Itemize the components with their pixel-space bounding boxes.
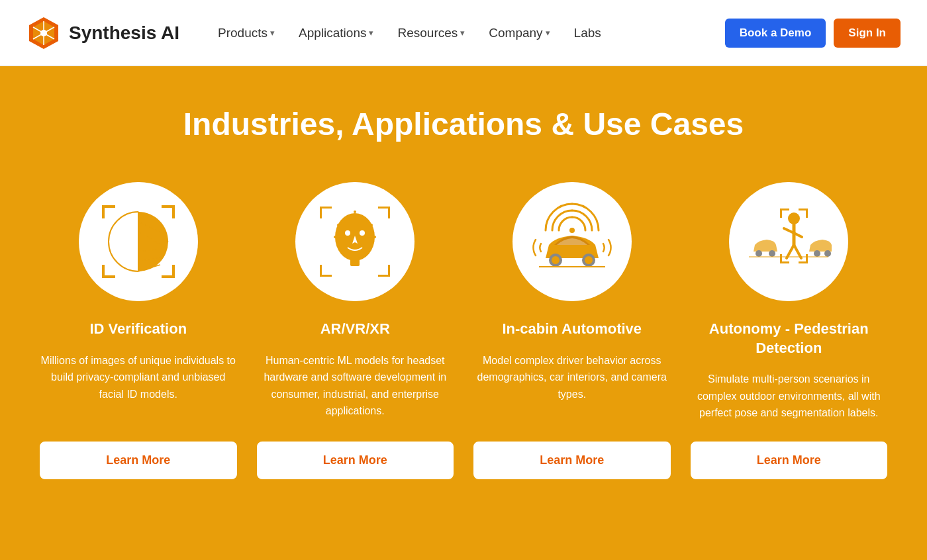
pedestrian-icon	[746, 199, 832, 285]
chevron-down-icon: ▾	[460, 28, 465, 38]
logo-icon	[26, 16, 61, 50]
page-title: Industries, Applications & Use Cases	[183, 106, 744, 142]
card-pedestrian-desc: Simulate multi-person scenarios in compl…	[691, 371, 888, 422]
nav-cta: Book a Demo Sign In	[725, 19, 901, 48]
svg-point-63	[824, 250, 831, 257]
svg-rect-13	[172, 265, 175, 278]
pedestrian-icon-circle	[729, 182, 848, 301]
chevron-down-icon: ▾	[270, 28, 275, 38]
svg-rect-11	[102, 265, 105, 278]
hero-section: Industries, Applications & Use Cases	[0, 66, 927, 560]
learn-more-pedestrian[interactable]: Learn More	[691, 442, 888, 479]
svg-rect-53	[806, 209, 808, 218]
learn-more-id-verification[interactable]: Learn More	[40, 442, 237, 479]
svg-rect-7	[102, 205, 105, 218]
card-automotive-title: In-cabin Automotive	[502, 320, 642, 339]
id-verification-icon-circle	[79, 182, 198, 301]
automotive-icon-circle	[512, 182, 632, 301]
navbar: Synthesis AI Products ▾ Applications ▾ R…	[0, 0, 927, 66]
svg-rect-57	[806, 254, 808, 263]
nav-links: Products ▾ Applications ▾ Resources ▾ Co…	[206, 26, 725, 40]
nav-applications[interactable]: Applications ▾	[287, 26, 385, 40]
card-automotive-desc: Model complex driver behavior across dem…	[473, 352, 671, 422]
svg-rect-29	[388, 265, 390, 277]
chevron-down-icon: ▾	[546, 28, 550, 38]
nav-resources[interactable]: Resources ▾	[385, 26, 477, 40]
chevron-down-icon: ▾	[369, 28, 373, 38]
svg-rect-25	[388, 207, 390, 218]
svg-point-62	[814, 250, 820, 257]
card-automotive: In-cabin Automotive Model complex driver…	[473, 182, 671, 479]
ar-vr-xr-icon	[312, 199, 398, 285]
svg-rect-55	[780, 254, 782, 263]
svg-rect-9	[172, 205, 175, 218]
card-pedestrian-title: Autonomy - Pedestrian Detection	[691, 320, 888, 357]
card-ar-vr-xr-desc: Human-centric ML models for headset hard…	[257, 352, 454, 422]
svg-point-33	[360, 230, 365, 236]
card-ar-vr-xr-title: AR/VR/XR	[320, 320, 390, 339]
learn-more-ar-vr-xr[interactable]: Learn More	[257, 442, 454, 479]
ar-vr-xr-icon-circle	[295, 182, 415, 301]
svg-point-46	[552, 256, 560, 264]
svg-rect-31	[350, 257, 360, 266]
svg-point-43	[354, 210, 356, 213]
card-id-verification-title: ID Verification	[89, 320, 187, 339]
sign-in-button[interactable]: Sign In	[834, 19, 901, 48]
book-demo-button[interactable]: Book a Demo	[725, 19, 826, 48]
automotive-icon	[529, 199, 615, 285]
svg-rect-51	[780, 209, 782, 218]
id-verification-icon	[95, 199, 181, 285]
card-ar-vr-xr: AR/VR/XR Human-centric ML models for hea…	[257, 182, 454, 479]
svg-rect-27	[320, 265, 322, 277]
nav-company[interactable]: Company ▾	[477, 26, 561, 40]
svg-point-32	[345, 230, 350, 236]
card-pedestrian: Autonomy - Pedestrian Detection Simulate…	[691, 182, 888, 479]
svg-rect-23	[320, 207, 322, 218]
svg-point-5	[40, 30, 47, 36]
nav-products[interactable]: Products ▾	[206, 26, 287, 40]
svg-point-59	[756, 250, 762, 257]
cards-container: ID Verification Millions of images of un…	[40, 182, 887, 479]
learn-more-automotive[interactable]: Learn More	[473, 442, 671, 479]
card-id-verification: ID Verification Millions of images of un…	[40, 182, 237, 479]
nav-labs[interactable]: Labs	[562, 26, 613, 40]
svg-point-48	[585, 256, 593, 264]
logo-text: Synthesis AI	[69, 23, 179, 44]
svg-point-58	[788, 212, 800, 224]
logo-link[interactable]: Synthesis AI	[26, 16, 179, 50]
svg-point-60	[769, 250, 775, 257]
svg-point-44	[569, 228, 575, 233]
card-id-verification-desc: Millions of images of unique individuals…	[40, 352, 237, 422]
